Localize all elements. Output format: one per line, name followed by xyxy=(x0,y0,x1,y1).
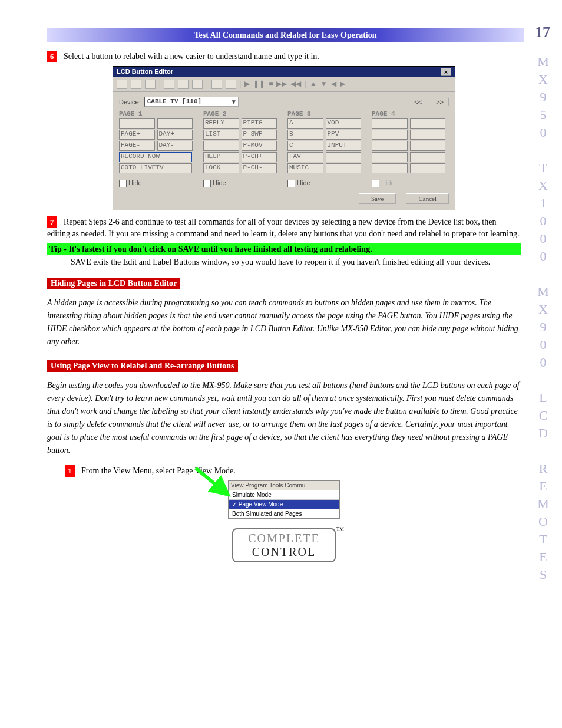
play-icon[interactable]: ▶ xyxy=(244,80,250,89)
lcd-button[interactable]: LIST xyxy=(203,130,239,140)
step-6: 6 Select a button to relabel with a new … xyxy=(47,51,521,62)
lcd-button[interactable]: HELP xyxy=(203,152,239,162)
page-title: PAGE 4 xyxy=(372,110,445,117)
lcd-button[interactable]: PAGE+ xyxy=(119,130,155,140)
right-icon[interactable]: ▶ xyxy=(340,80,345,89)
lcd-button[interactable]: P-MOV xyxy=(242,141,277,151)
step-1-text: From the View Menu, select Page View Mod… xyxy=(81,466,236,475)
menu-item[interactable]: ✓ Page View Mode xyxy=(229,499,339,509)
up-icon[interactable]: ▲ xyxy=(310,80,317,89)
lcd-button[interactable] xyxy=(203,141,239,151)
lcd-button[interactable] xyxy=(326,163,362,173)
device-value: CABLE TV [110] xyxy=(147,98,201,106)
lcd-button[interactable] xyxy=(410,141,446,151)
page-next-button[interactable]: >> xyxy=(431,98,449,106)
tool-icon[interactable] xyxy=(117,80,127,89)
side-label: MX950 TX1000 MX900 LCD REMOTES xyxy=(535,53,551,704)
lcd-button[interactable] xyxy=(372,141,408,151)
lcd-button[interactable]: P-CH- xyxy=(242,163,277,173)
device-label: Device: xyxy=(119,98,141,106)
lcd-button[interactable]: C xyxy=(287,141,323,151)
lcd-button[interactable] xyxy=(119,118,155,129)
lcd-button[interactable]: P-CH+ xyxy=(242,152,277,162)
ff-icon[interactable]: ▶▶ xyxy=(276,80,287,89)
lcd-button[interactable] xyxy=(372,152,408,162)
rw-icon[interactable]: ◀◀ xyxy=(290,80,301,89)
chevron-down-icon: ▾ xyxy=(232,98,236,106)
window-titlebar: LCD Button Editor × xyxy=(113,67,455,77)
hiding-pages-heading: Hiding Pages in LCD Button Editor xyxy=(47,278,180,289)
lcd-button[interactable] xyxy=(372,163,408,173)
lcd-button[interactable]: PIPTG xyxy=(242,118,277,129)
tip-heading: Tip - It's fastest if you don't click on… xyxy=(47,243,521,255)
align-icon[interactable] xyxy=(192,80,203,89)
layout-icon[interactable] xyxy=(226,80,236,89)
hide-label: Hide xyxy=(381,179,395,186)
hiding-pages-body: A hidden page is accessible during progr… xyxy=(47,297,521,348)
lcd-button[interactable]: DAY- xyxy=(157,141,193,151)
lcd-button-editor-screenshot: LCD Button Editor × | | | ▶ ❚❚ ■ ▶▶ ◀◀ xyxy=(113,66,455,210)
left-icon[interactable]: ◀ xyxy=(331,80,336,89)
view-menu-screenshot: View Program Tools Commu Simulate Mode✓ … xyxy=(228,480,340,519)
lcd-button[interactable]: DAY+ xyxy=(157,130,193,140)
align-icon[interactable] xyxy=(178,80,189,89)
editor-toolbar: | | | ▶ ❚❚ ■ ▶▶ ◀◀ | ▲ ▼ ◀ ▶ xyxy=(113,77,455,92)
lcd-button[interactable] xyxy=(410,163,446,173)
lcd-button[interactable]: LOCK xyxy=(203,163,239,173)
stop-icon[interactable]: ■ xyxy=(269,80,273,89)
lcd-button[interactable]: VOD xyxy=(326,118,362,129)
page-view-body: Begin testing the codes you downloaded t… xyxy=(47,379,521,457)
hide-checkbox[interactable] xyxy=(287,180,295,187)
step-1: 1 From the View Menu, select Page View M… xyxy=(65,465,521,477)
lcd-button[interactable]: P-SWP xyxy=(242,130,277,140)
hide-checkbox[interactable] xyxy=(372,180,379,187)
cancel-button[interactable]: Cancel xyxy=(406,193,449,204)
align-icon[interactable] xyxy=(164,80,174,89)
down-icon[interactable]: ▼ xyxy=(320,80,328,89)
logo-top: COMPLETE xyxy=(239,532,329,545)
lcd-button[interactable]: MUSIC xyxy=(287,163,323,173)
lcd-button[interactable] xyxy=(157,118,193,129)
step-6-num: 6 xyxy=(47,51,57,62)
lcd-button[interactable]: INPUT xyxy=(326,141,362,151)
lcd-button[interactable] xyxy=(372,130,408,140)
device-select[interactable]: CABLE TV [110] ▾ xyxy=(144,97,239,107)
step-6-text: Select a button to relabel with a new ea… xyxy=(64,52,319,61)
logo-bottom: CONTROL xyxy=(239,545,329,559)
lcd-button[interactable] xyxy=(326,152,362,162)
menu-item[interactable]: Both Simulated and Pages xyxy=(229,509,339,518)
lcd-button[interactable]: B xyxy=(287,130,323,140)
lcd-button[interactable]: PPV xyxy=(326,130,362,140)
tool-icon[interactable] xyxy=(131,80,141,89)
complete-control-logo: TM COMPLETE CONTROL xyxy=(232,528,336,562)
hide-checkbox[interactable] xyxy=(203,180,211,187)
pause-icon[interactable]: ❚❚ xyxy=(253,80,265,89)
section-header: Test All Commands and Relabel for Easy O… xyxy=(47,28,524,42)
tool-icon[interactable] xyxy=(145,80,156,89)
layout-icon[interactable] xyxy=(211,80,222,89)
lcd-button[interactable] xyxy=(372,118,408,129)
lcd-button[interactable]: GOTO LIVETV xyxy=(119,163,192,173)
page-prev-button[interactable]: << xyxy=(409,98,427,106)
hide-checkbox[interactable] xyxy=(119,180,127,187)
step-7-num: 7 xyxy=(47,216,57,228)
page-title: PAGE 1 xyxy=(119,110,193,117)
menu-item[interactable]: Simulate Mode xyxy=(229,490,339,499)
save-button[interactable]: Save xyxy=(359,193,396,204)
lcd-button[interactable] xyxy=(410,130,446,140)
lcd-button[interactable] xyxy=(410,152,446,162)
hide-label: Hide xyxy=(297,179,310,186)
step-7-text: Repeat Steps 2-6 and continue to test al… xyxy=(47,218,519,238)
tip-body: SAVE exits the Edit and Label Buttons wi… xyxy=(71,256,521,268)
lcd-button[interactable]: PAGE- xyxy=(119,141,155,151)
lcd-button[interactable]: A xyxy=(287,118,323,129)
hide-label: Hide xyxy=(213,179,226,186)
lcd-button[interactable]: REPLY xyxy=(203,118,239,129)
hide-label: Hide xyxy=(128,179,142,186)
lcd-button[interactable]: RECORD NOW xyxy=(119,152,192,162)
page-view-heading: Using Page View to Relabel and Re-arrang… xyxy=(47,360,238,372)
step-1-num: 1 xyxy=(65,465,75,477)
lcd-button[interactable]: FAV xyxy=(287,152,323,162)
lcd-button[interactable] xyxy=(410,118,446,129)
close-icon[interactable]: × xyxy=(441,68,451,76)
